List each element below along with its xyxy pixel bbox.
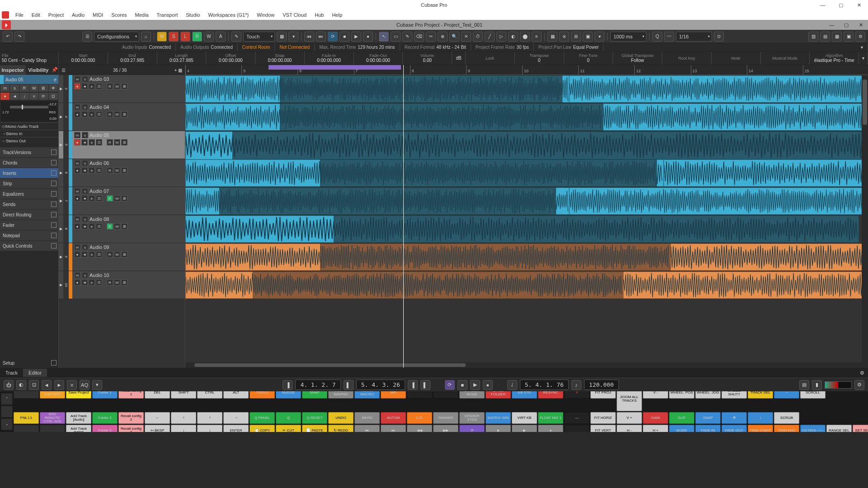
status-close[interactable]: ▾	[856, 43, 868, 51]
q-apply-button[interactable]: ⊙	[714, 32, 724, 42]
track-read[interactable]: R	[107, 251, 113, 258]
track-record[interactable]: ●	[74, 251, 80, 258]
track-lock[interactable]: ⊞	[121, 167, 127, 174]
macro-button[interactable]: FADE IN	[695, 425, 721, 432]
track-solo[interactable]: s	[82, 160, 88, 166]
macro-button[interactable]: Save Project	[66, 391, 91, 399]
macro-button[interactable]: TOOLS	[250, 391, 275, 399]
macro-button[interactable]: ⏭	[381, 425, 406, 432]
track-mute[interactable]: m	[74, 216, 80, 222]
track-color[interactable]	[69, 243, 72, 271]
time-primary-left[interactable]: 4. 1. 2. 7	[295, 380, 340, 390]
macro-button[interactable]: Folder 3	[92, 425, 118, 432]
trans-metronome-icon[interactable]: ≡	[67, 380, 77, 390]
track-record[interactable]: ●	[74, 279, 80, 286]
tool-color2[interactable]: ⬤	[520, 32, 530, 42]
automation-mode-select[interactable]: Touch	[243, 32, 275, 42]
macro-button[interactable]: MKRS	[354, 412, 380, 424]
insp-lane-icon[interactable]: ≡	[29, 93, 38, 100]
audio-clip[interactable]	[253, 272, 623, 299]
track-read[interactable]: R	[107, 111, 113, 117]
tool-arrow[interactable]: ↖	[379, 32, 389, 42]
tab-inspector[interactable]: Inspector	[0, 65, 26, 75]
automation-icon[interactable]: ✎	[231, 32, 241, 42]
track-edit[interactable]: e	[89, 195, 95, 202]
track-solo[interactable]: s	[82, 272, 88, 278]
track-monitor[interactable]: ◄	[81, 223, 88, 230]
timeline-area[interactable]: 456789101112131415	[185, 65, 868, 368]
macro-button[interactable]: RESYNC	[538, 391, 563, 399]
macro-button[interactable]: FLOAT NAVPAD	[328, 391, 354, 399]
audio-clip[interactable]	[280, 75, 563, 103]
macro-button[interactable]: ↕	[748, 412, 773, 424]
macro-button[interactable]: Folder 2	[92, 412, 118, 424]
track-monitor[interactable]: ◄	[81, 111, 88, 117]
macro-button[interactable]: ←	[145, 412, 170, 424]
layout-btn3[interactable]: ▦	[832, 32, 842, 42]
insp-musical-icon[interactable]: ♩	[20, 93, 29, 100]
auto-btn2[interactable]: ▾	[288, 32, 298, 42]
track-row[interactable]: ▶ 5 m s Audio 05 ● ◄ e ⊡ R W ⊞	[59, 131, 185, 159]
section-setup[interactable]: Setup	[0, 358, 58, 368]
menu-midi[interactable]: MIDI	[89, 11, 107, 19]
track-mute[interactable]: m	[74, 272, 80, 278]
layout-btn4[interactable]: ▣	[844, 32, 854, 42]
track-record[interactable]: ●	[74, 139, 80, 145]
stop-button[interactable]: ■	[340, 32, 349, 42]
track-edit[interactable]: e	[89, 111, 95, 117]
macro-button[interactable]: ◀◀	[407, 425, 432, 432]
macro-button[interactable]: —	[564, 412, 590, 424]
macro-button[interactable]: FIT HORIZ	[590, 412, 616, 424]
trans-sync-icon[interactable]: ◐	[16, 380, 26, 390]
macro-button[interactable]: ↓	[197, 425, 222, 432]
macro-button[interactable]: Recall config 2	[118, 412, 144, 424]
track-solo[interactable]: s	[82, 216, 88, 222]
config-icon[interactable]: ☰	[82, 32, 92, 42]
menu-studio[interactable]: Studio	[182, 11, 203, 19]
track-channel[interactable]: ⊡	[96, 139, 102, 145]
track-record[interactable]: ●	[74, 111, 80, 117]
macro-button[interactable]: ENTER	[223, 425, 249, 432]
inspector-meter[interactable]: -12.2 L72 R63 0.00	[1, 101, 57, 122]
track-color[interactable]	[69, 271, 72, 299]
macro-button[interactable]: H -	[617, 425, 642, 432]
layout-btn1[interactable]: ▥	[808, 32, 818, 42]
track-lock[interactable]: ⊞	[121, 139, 127, 145]
macro-button[interactable]: FIT VERT	[590, 425, 616, 432]
menu-window[interactable]: Window	[253, 11, 278, 19]
menu-help[interactable]: Help	[328, 11, 346, 19]
macro-button[interactable]: ZOOM ALL TRACKS	[617, 391, 642, 411]
macro-button[interactable]: RANGE SEL	[826, 425, 852, 432]
info-volume[interactable]: Volume0.00	[403, 52, 452, 65]
track-name[interactable]: Audio 09	[90, 244, 183, 250]
info-fadeout[interactable]: Fade-Out0:00:00.000	[354, 52, 403, 65]
add-track-icon[interactable]: +	[174, 68, 177, 73]
track-channel[interactable]: ⊡	[96, 279, 102, 286]
track-read[interactable]: R	[107, 167, 113, 174]
macro-button[interactable]: WHEEL: POS	[669, 391, 694, 399]
track-name[interactable]: Audio 06	[90, 160, 183, 166]
track-monitor[interactable]: ◄	[81, 195, 88, 202]
macro-button[interactable]: Q PANEL	[250, 412, 275, 424]
insp-read[interactable]: R	[20, 84, 29, 92]
macro-button[interactable]: MATRIX WIN	[486, 412, 511, 424]
snap-toggle[interactable]: ※	[559, 32, 569, 42]
filter-icon[interactable]: ☰	[61, 68, 66, 73]
trans-tempo-icon[interactable]: ♪	[571, 380, 581, 390]
track-expand-icon[interactable]: ▶	[59, 131, 63, 159]
insp-lock-icon[interactable]: ⊞	[39, 84, 48, 92]
info-fadein[interactable]: Fade-In0:00:00.000	[305, 52, 354, 65]
macro-button[interactable]: SCROLL	[800, 391, 826, 399]
bottom-tab-track[interactable]: Track	[0, 369, 23, 377]
configurations-select[interactable]: Configurations	[94, 32, 139, 42]
menu-transport[interactable]: Transport	[153, 11, 182, 19]
record-button[interactable]: ●	[363, 32, 373, 42]
goto-start-button[interactable]: ⏮	[304, 32, 314, 42]
track-expand-icon[interactable]: ▶	[59, 75, 63, 103]
trans-prev[interactable]: ◄	[42, 380, 52, 390]
macro-button[interactable]: SHIFT	[171, 391, 196, 399]
info-start[interactable]: Start0:00:00.000	[59, 52, 108, 65]
audio-clip[interactable]	[320, 244, 670, 271]
section-chords[interactable]: Chords	[0, 158, 58, 168]
track-write[interactable]: W	[114, 83, 120, 89]
